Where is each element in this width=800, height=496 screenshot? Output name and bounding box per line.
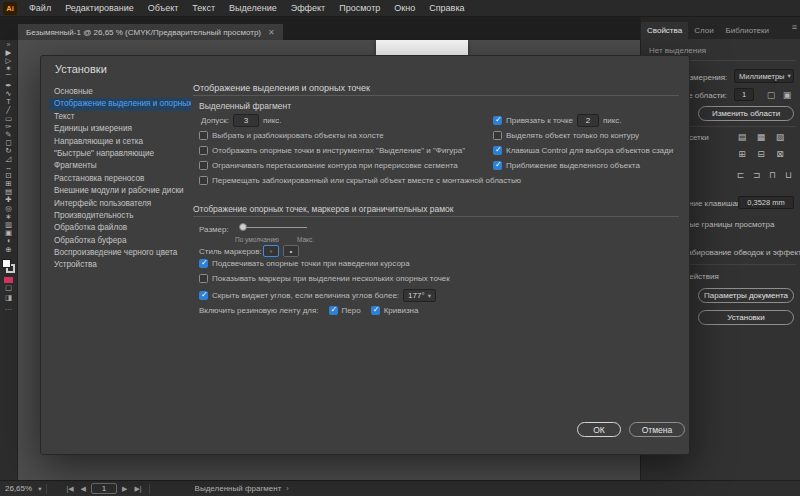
prefs-nav-general[interactable]: Основные (49, 86, 191, 98)
menu-item-view[interactable]: Просмотр (332, 0, 387, 17)
checkbox[interactable] (371, 306, 380, 315)
next-artboard-icon[interactable]: ▶ (120, 485, 129, 493)
slider-thumb[interactable] (239, 223, 247, 231)
prefs-nav-plugins-scratch-disks[interactable]: Внешние модули и рабочие диски (49, 185, 191, 197)
menu-item-type[interactable]: Текст (185, 0, 222, 17)
magic-wand-tool-icon[interactable]: ✶ (0, 65, 18, 73)
prefs-nav-guides-grid[interactable]: Направляющие и сетка (49, 136, 191, 148)
prefs-nav-file-handling[interactable]: Обработка файлов (49, 222, 191, 234)
checkbox[interactable] (199, 259, 208, 268)
show-grid-icon[interactable]: ▦ (753, 130, 769, 143)
panel-menu-icon[interactable]: ≡ (792, 22, 797, 32)
paintbrush-tool-icon[interactable]: ✑ (0, 123, 18, 131)
prefs-nav-performance[interactable]: Производительность (49, 210, 191, 222)
prefs-nav-devices[interactable]: Устройства (49, 259, 191, 271)
close-icon[interactable]: ✕ (268, 28, 275, 37)
first-artboard-icon[interactable]: |◀ (64, 485, 75, 493)
blend-tool-icon[interactable]: ◎ (0, 205, 18, 213)
handle-style-option-1[interactable]: ◦ (263, 245, 279, 257)
tab-libraries[interactable]: Библиотеки (720, 22, 775, 39)
direct-selection-tool-icon[interactable]: ▷ (0, 57, 18, 65)
prefs-nav-selection-anchor-display[interactable]: Отображение выделения и опорных точек (49, 98, 191, 110)
keyboard-increment-input[interactable]: 0,3528 mm (738, 196, 794, 209)
hand-tool-icon[interactable]: ◖ (0, 237, 18, 245)
menu-item-file[interactable]: Файл (22, 0, 58, 17)
curvature-tool-icon[interactable]: ∿ (0, 90, 18, 98)
rotate-tool-icon[interactable]: ↻ (0, 147, 18, 155)
tab-properties[interactable]: Свойства (641, 22, 688, 39)
corner-option-icon-3[interactable]: ⊓ (766, 168, 779, 181)
prefs-nav-clipboard[interactable]: Обработка буфера (49, 235, 191, 247)
checkbox[interactable] (199, 131, 208, 140)
corner-option-icon-2[interactable]: ⊐ (750, 168, 763, 181)
fill-stroke-swatches[interactable] (2, 259, 15, 273)
lasso-tool-icon[interactable]: ⌒ (0, 74, 18, 82)
prefs-nav-slices[interactable]: Фрагменты (49, 160, 191, 172)
document-setup-button[interactable]: Параметры документа (698, 288, 794, 303)
checkbox[interactable] (329, 306, 338, 315)
corner-option-icon-4[interactable]: ⊔ (782, 168, 795, 181)
menu-item-object[interactable]: Объект (141, 0, 186, 17)
anchor-size-slider[interactable] (239, 222, 307, 232)
eyedropper-tool-icon[interactable]: ✚ (0, 196, 18, 204)
slider-track[interactable] (239, 227, 307, 228)
units-dropdown[interactable]: Миллиметры ▾ (734, 69, 794, 83)
checkbox[interactable] (493, 131, 502, 140)
width-tool-icon[interactable]: ↔ (0, 164, 18, 172)
menu-item-window[interactable]: Окно (387, 0, 422, 17)
snap-to-point-icon[interactable]: ⊟ (753, 147, 769, 160)
checkbox[interactable] (199, 161, 208, 170)
snap-to-grid-icon[interactable]: ⊞ (734, 147, 750, 160)
handle-style-option-2[interactable]: • (283, 245, 299, 257)
checkbox[interactable] (199, 291, 208, 300)
corner-angle-dropdown[interactable]: 177° ▾ (403, 289, 436, 302)
cancel-button[interactable]: Отмена (629, 422, 685, 437)
tab-layers[interactable]: Слои (688, 22, 719, 39)
free-transform-tool-icon[interactable]: ⊡ (0, 172, 18, 180)
prefs-nav-units[interactable]: Единицы измерения (49, 123, 191, 135)
menu-item-edit[interactable]: Редактирование (58, 0, 141, 17)
artboard-settings-icon[interactable]: ▣ (779, 88, 795, 101)
tolerance-input[interactable]: 3 (233, 114, 259, 127)
ok-button[interactable]: ОК (577, 422, 621, 437)
corner-option-icon-1[interactable]: ⊏ (734, 168, 747, 181)
menu-item-help[interactable]: Справка (422, 0, 471, 17)
pencil-tool-icon[interactable]: ✎ (0, 131, 18, 139)
rectangle-tool-icon[interactable]: ▭ (0, 115, 18, 123)
last-artboard-icon[interactable]: ▶| (132, 485, 143, 493)
checkbox[interactable] (199, 176, 208, 185)
type-tool-icon[interactable]: T (0, 98, 18, 106)
checkbox[interactable] (493, 161, 502, 170)
document-tab[interactable]: Безымянный-1 @ 26,65 % (CMYK/Предварител… (18, 24, 283, 40)
pen-tool-icon[interactable]: ✒ (0, 82, 18, 90)
column-graph-tool-icon[interactable]: ▥ (0, 221, 18, 229)
toolbar-expand-icon[interactable]: » (7, 40, 11, 49)
prefs-nav-black-appearance[interactable]: Воспроизведение черного цвета (49, 247, 191, 259)
selection-tool-icon[interactable]: ▶ (0, 49, 18, 57)
prefs-nav-smart-guides[interactable]: "Быстрые" направляющие (49, 148, 191, 160)
snap-tolerance-input[interactable]: 2 (577, 114, 599, 127)
artboard-option-icon[interactable]: ▢ (763, 88, 779, 101)
shape-builder-tool-icon[interactable]: ⊞ (0, 180, 18, 188)
prev-artboard-icon[interactable]: ◀ (79, 485, 88, 493)
zoom-tool-icon[interactable]: ⊕ (0, 246, 18, 254)
fill-swatch[interactable] (2, 259, 11, 268)
checkbox[interactable] (199, 146, 208, 155)
gradient-tool-icon[interactable]: ▤ (0, 188, 18, 196)
show-rulers-icon[interactable]: ▤ (734, 130, 750, 143)
screen-mode-icon[interactable]: ◨ (0, 293, 18, 303)
prefs-nav-type[interactable]: Текст (49, 111, 191, 123)
draw-mode-icon[interactable]: ▢ (0, 283, 18, 293)
preferences-button[interactable]: Установки (698, 310, 794, 325)
show-guides-icon[interactable]: ▧ (772, 130, 788, 143)
status-display[interactable]: Выделенный фрагмент › (190, 484, 296, 493)
snap-to-pixel-icon[interactable]: ⊠ (772, 147, 788, 160)
artboard-tool-icon[interactable]: ▣ (0, 229, 18, 237)
symbol-sprayer-tool-icon[interactable]: ∗ (0, 213, 18, 221)
prefs-nav-user-interface[interactable]: Интерфейс пользователя (49, 198, 191, 210)
menu-item-select[interactable]: Выделение (222, 0, 284, 17)
checkbox[interactable] (493, 116, 502, 125)
checkbox[interactable] (199, 274, 208, 283)
zoom-control[interactable]: 26,65% ▾ (0, 484, 46, 493)
scale-tool-icon[interactable]: ◿ (0, 155, 18, 163)
